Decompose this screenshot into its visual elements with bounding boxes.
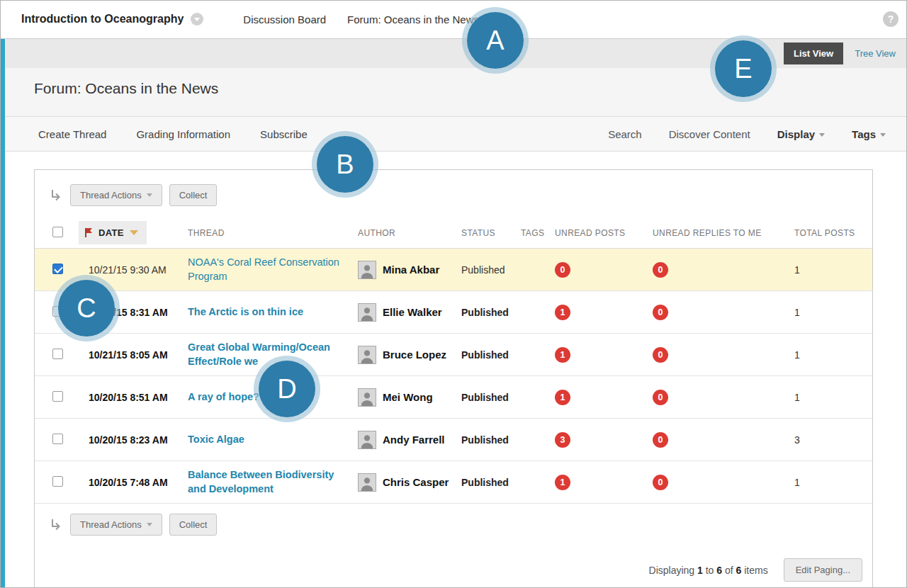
thread-date: 10/20/15 8:51 AM <box>89 392 188 403</box>
thread-status: Published <box>461 264 521 276</box>
course-accent-strip <box>0 39 5 588</box>
total-posts: 1 <box>794 392 872 403</box>
author-name: Mei Wong <box>383 391 433 403</box>
thread-date: 10/21/15 8:31 AM <box>89 307 188 318</box>
row-checkbox[interactable] <box>52 476 63 487</box>
date-column-header[interactable]: DATE <box>79 221 147 244</box>
table-row: 10/21/15 9:30 AM NOAA's Coral Reef Conse… <box>35 249 872 291</box>
total-posts-column-header[interactable]: TOTAL POSTS <box>794 228 872 238</box>
unread-replies-column-header[interactable]: UNREAD REPLIES TO ME <box>653 228 794 238</box>
total-posts: 3 <box>794 434 872 446</box>
paging-status: Displaying 1 to 6 of 6 items <box>649 565 768 576</box>
unread-posts-badge[interactable]: 1 <box>555 390 570 405</box>
subscribe-button[interactable]: Subscribe <box>260 128 308 140</box>
author-name: Ellie Walker <box>383 306 442 318</box>
thread-link[interactable]: Toxic Algae <box>188 433 254 447</box>
breadcrumb-discussion-board[interactable]: Discussion Board <box>243 13 326 26</box>
chevron-down-icon <box>819 133 825 137</box>
thread-date: 10/20/15 7:48 AM <box>89 477 188 488</box>
thread-list-card: Thread Actions Collect DATE THREAD AUTHO… <box>34 169 873 588</box>
total-posts: 1 <box>794 477 872 488</box>
list-view-button[interactable]: List View <box>784 43 843 64</box>
row-checkbox[interactable] <box>52 434 63 444</box>
table-row: 10/21/15 8:05 AM Great Global Warming/Oc… <box>35 334 872 376</box>
thread-status: Published <box>461 349 521 361</box>
bottom-toolbar: Thread Actions Collect <box>35 504 872 536</box>
unread-replies-badge[interactable]: 0 <box>653 390 668 405</box>
thread-link[interactable]: NOAA's Coral Reef Conservation Program <box>188 256 358 283</box>
collect-button[interactable]: Collect <box>169 184 218 206</box>
row-checkbox[interactable] <box>52 306 63 317</box>
thread-rows: 10/21/15 9:30 AM NOAA's Coral Reef Conse… <box>35 249 872 504</box>
row-checkbox[interactable] <box>52 391 63 402</box>
avatar <box>358 261 376 279</box>
edit-paging-button[interactable]: Edit Paging... <box>784 558 862 582</box>
content-area: Thread Actions Collect DATE THREAD AUTHO… <box>5 152 907 588</box>
course-menu-chevron-icon[interactable] <box>191 13 203 26</box>
unread-posts-badge[interactable]: 3 <box>555 432 570 448</box>
create-thread-button[interactable]: Create Thread <box>38 128 106 140</box>
row-checkbox[interactable] <box>52 264 63 274</box>
table-row: 10/20/15 8:51 AM A ray of hope? Mei Wong… <box>35 376 872 419</box>
tree-view-link[interactable]: Tree View <box>855 48 896 59</box>
breadcrumb-forum: Forum: Oceans in the News <box>347 13 479 26</box>
unread-replies-badge[interactable]: 0 <box>653 347 668 363</box>
author-name: Mina Akbar <box>383 264 439 276</box>
flag-icon <box>84 227 93 238</box>
thread-column-header[interactable]: THREAD <box>188 228 358 238</box>
collect-button[interactable]: Collect <box>169 514 218 536</box>
thread-date: 10/21/15 9:30 AM <box>89 264 188 276</box>
chevron-down-icon <box>880 133 886 137</box>
search-button[interactable]: Search <box>608 128 642 140</box>
table-row: 10/20/15 8:23 AM Toxic Algae Andy Farrel… <box>35 419 872 461</box>
status-column-header[interactable]: STATUS <box>461 228 521 238</box>
avatar <box>358 388 376 407</box>
action-bar: Create Thread Grading Information Subscr… <box>5 116 907 152</box>
unread-posts-badge[interactable]: 1 <box>555 475 570 490</box>
unread-replies-badge[interactable]: 0 <box>653 262 668 278</box>
chevron-down-icon <box>147 523 152 526</box>
row-checkbox[interactable] <box>52 349 63 359</box>
thread-status: Published <box>461 307 521 318</box>
breadcrumb-bar: Introduction to Oceanography Discussion … <box>0 0 907 39</box>
unread-posts-badge[interactable]: 1 <box>555 347 570 363</box>
thread-status: Published <box>461 392 521 403</box>
tags-menu-button[interactable]: Tags <box>852 128 886 140</box>
author-column-header[interactable]: AUTHOR <box>358 228 461 238</box>
total-posts: 1 <box>794 307 872 318</box>
thread-actions-button[interactable]: Thread Actions <box>70 184 162 206</box>
total-posts: 1 <box>794 349 872 361</box>
thread-link[interactable]: The Arctic is on thin ice <box>188 305 313 320</box>
discover-content-button[interactable]: Discover Content <box>669 128 750 140</box>
unread-replies-badge[interactable]: 0 <box>653 305 668 320</box>
avatar <box>358 303 376 322</box>
view-toggle-bar: List View Tree View <box>5 39 907 68</box>
display-menu-button[interactable]: Display <box>777 128 825 140</box>
unread-replies-badge[interactable]: 0 <box>653 432 668 448</box>
help-icon[interactable]: ? <box>883 11 898 27</box>
select-all-checkbox[interactable] <box>52 227 63 237</box>
unread-posts-badge[interactable]: 1 <box>555 305 570 320</box>
table-row: 10/20/15 7:48 AM Balance Between Biodive… <box>35 461 872 504</box>
paging-bar: Displaying 1 to 6 of 6 items Edit Paging… <box>35 536 872 588</box>
grading-information-button[interactable]: Grading Information <box>136 128 230 140</box>
page-header: Forum: Oceans in the News <box>5 68 907 116</box>
avatar <box>358 431 376 449</box>
branch-arrow-icon <box>49 518 63 532</box>
avatar <box>358 473 376 492</box>
thread-actions-button[interactable]: Thread Actions <box>70 514 162 536</box>
chevron-down-icon <box>147 193 152 197</box>
thread-link[interactable]: Balance Between Biodiversity and Develop… <box>188 468 358 496</box>
unread-posts-column-header[interactable]: UNREAD POSTS <box>555 228 653 238</box>
unread-posts-badge[interactable]: 0 <box>555 262 570 278</box>
author-name: Bruce Lopez <box>383 349 446 361</box>
tags-column-header[interactable]: TAGS <box>521 228 555 238</box>
course-title: Introduction to Oceanography <box>21 13 184 26</box>
table-header-row: DATE THREAD AUTHOR STATUS TAGS UNREAD PO… <box>35 217 872 249</box>
thread-link[interactable]: A ray of hope? <box>188 390 269 405</box>
top-toolbar: Thread Actions Collect <box>35 170 872 213</box>
unread-replies-badge[interactable]: 0 <box>653 475 668 490</box>
thread-link[interactable]: Great Global Warming/Ocean Effect/Role w… <box>188 341 358 368</box>
author-name: Chris Casper <box>383 476 449 488</box>
author-name: Andy Farrell <box>383 434 445 446</box>
